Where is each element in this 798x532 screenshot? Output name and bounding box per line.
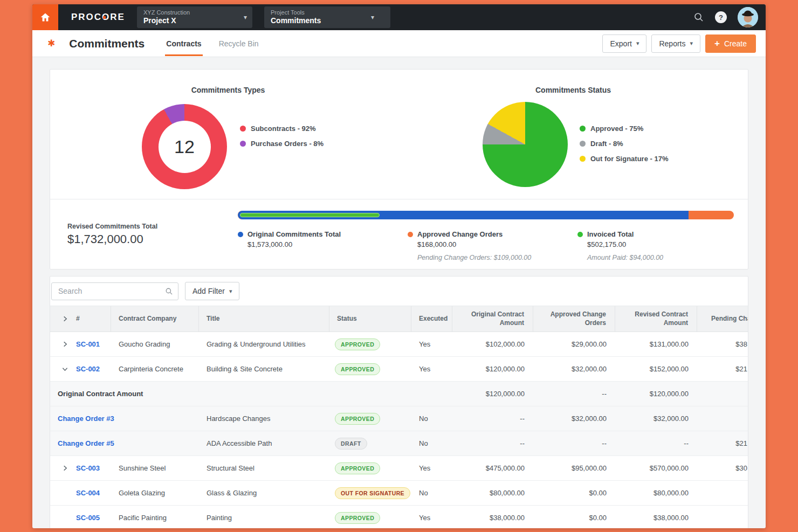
chevron-down-icon: ▾	[690, 40, 693, 47]
subtotal-label: Original Contract Amount	[58, 390, 143, 398]
chevron-down-icon: ▾	[371, 13, 374, 21]
commitments-summary-card: Commitments Types Commitments Status 12 …	[50, 69, 748, 270]
original-amount-cell: $120,000.00	[452, 365, 533, 373]
home-button[interactable]	[32, 4, 58, 30]
table-row[interactable]: SC-004 Goleta Glazing Glass & Glazing OU…	[50, 481, 748, 506]
search-input[interactable]	[51, 282, 178, 300]
legend-value: $168,000.00	[417, 240, 577, 248]
commitments-types-donut-chart[interactable]: 12	[142, 104, 227, 189]
tab-recycle-bin[interactable]: Recycle Bin	[218, 31, 260, 56]
status-badge: APPROVED	[335, 413, 380, 425]
collapse-row-chevron-icon[interactable]	[61, 365, 68, 373]
tab-contracts[interactable]: Contracts	[165, 31, 202, 56]
export-button-label: Export	[610, 39, 631, 48]
types-chart-title: Commitments Types	[50, 86, 406, 94]
revised-total-value: $1,732,000.00	[67, 232, 157, 246]
avatar[interactable]	[738, 7, 758, 27]
expand-all-chevron-icon[interactable]	[61, 315, 68, 323]
column-header-company[interactable]: Contract Company	[111, 306, 199, 331]
procore-logo-dot	[103, 16, 106, 19]
legend-label: Approved - 75%	[590, 125, 643, 133]
column-header-revised-amount[interactable]: Revised Contract Amount	[615, 306, 697, 331]
tool-settings-gear-icon[interactable]: ✱	[47, 38, 55, 49]
contracts-table-card: Add Filter ▾ # Contract Company Title St…	[50, 276, 748, 528]
invoiced-total-legend: Invoiced Total $502,175.00 Amount Paid: …	[577, 230, 747, 261]
project-selector[interactable]: XYZ Construction Project X ▾	[137, 6, 252, 28]
tool-selector[interactable]: Project Tools Commitments ▾	[264, 6, 390, 28]
approved-change-orders-cell: $32,000.00	[533, 414, 615, 423]
column-header-executed[interactable]: Executed	[411, 306, 452, 331]
status-badge: APPROVED	[335, 462, 380, 474]
executed-cell: No	[411, 489, 452, 497]
contract-number-link[interactable]: SC-003	[76, 464, 100, 472]
legend-item: Approved - 75%	[580, 125, 668, 133]
search-icon[interactable]	[693, 12, 704, 23]
create-button[interactable]: + Create	[705, 34, 756, 53]
column-header-status[interactable]: Status	[329, 306, 411, 331]
approved-change-orders-cell: $0.00	[533, 514, 615, 522]
contract-company-cell: Goleta Glazing	[111, 489, 199, 497]
commitments-progress-bar	[238, 211, 734, 219]
revised-amount-cell: --	[615, 439, 697, 447]
add-filter-button[interactable]: Add Filter ▾	[185, 282, 239, 300]
expand-row-chevron-icon[interactable]	[61, 341, 68, 348]
contract-number-link[interactable]: SC-001	[76, 340, 100, 348]
approved-dot-icon	[580, 126, 586, 132]
column-header-original-amount[interactable]: Original Contract Amount	[452, 306, 533, 331]
change-order-title-cell: ADA Accessible Path	[199, 439, 329, 447]
column-header-title[interactable]: Title	[199, 306, 329, 331]
revised-amount-cell: $32,000.00	[615, 414, 697, 423]
change-order-link[interactable]: Change Order #3	[58, 414, 114, 423]
column-header-num[interactable]: #	[76, 315, 80, 323]
table-row[interactable]: SC-003 Sunshine Steel Structural Steel A…	[50, 456, 748, 481]
expand-row-chevron-icon[interactable]	[61, 465, 68, 472]
types-chart-legend: Subcontracts - 92% Purchase Orders - 8%	[240, 125, 324, 155]
revised-amount-cell: $120,000.00	[615, 390, 697, 398]
subcontracts-dot-icon	[240, 126, 246, 132]
tool-selector-label: Project Tools	[271, 9, 352, 16]
commitments-status-pie-chart[interactable]	[483, 102, 568, 187]
contract-company-cell: Pacific Painting	[111, 514, 199, 522]
approved-change-orders-cell: $29,000.00	[533, 340, 615, 348]
chevron-down-icon: ▾	[244, 13, 247, 21]
chevron-down-icon: ▾	[636, 40, 639, 47]
contract-company-cell: Goucho Grading	[111, 340, 199, 348]
original-amount-cell: --	[452, 439, 533, 447]
original-amount-cell: $80,000.00	[452, 489, 533, 497]
table-row[interactable]: SC-005 Pacific Painting Painting APPROVE…	[50, 506, 748, 528]
legend-label: Draft - 8%	[590, 140, 623, 148]
table-subrow[interactable]: Change Order #3 Hardscape Changes APPROV…	[50, 406, 748, 431]
approved-change-orders-cell: $95,000.00	[533, 464, 615, 472]
column-header-approved-change-orders[interactable]: Approved Change Orders	[533, 306, 615, 331]
help-button[interactable]: ?	[715, 11, 727, 23]
reports-button[interactable]: Reports ▾	[651, 34, 700, 53]
approved-change-orders-cell: --	[533, 439, 615, 447]
approved-change-orders-cell: $0.00	[533, 489, 615, 497]
pending-change-orders-cell: $38	[697, 340, 748, 348]
contract-number-link[interactable]: SC-004	[76, 489, 100, 497]
status-chart-title: Commitments Status	[406, 86, 740, 94]
table-subrow[interactable]: Change Order #5 ADA Accessible Path DRAF…	[50, 431, 748, 456]
export-button[interactable]: Export ▾	[602, 34, 646, 53]
plus-icon: +	[714, 39, 720, 48]
approved-change-orders-dot-icon	[408, 232, 413, 237]
legend-value: $1,573,000.00	[247, 240, 408, 248]
revised-amount-cell: $131,000.00	[615, 340, 697, 348]
out-for-signature-dot-icon	[580, 156, 586, 162]
legend-label: Out for Signature - 17%	[590, 155, 668, 163]
legend-label: Subcontracts - 92%	[251, 125, 316, 133]
contract-number-link[interactable]: SC-002	[76, 365, 100, 373]
procore-logo-text: PROCORE	[71, 12, 125, 22]
column-header-pending-change-orders[interactable]: Pending Chang	[697, 306, 748, 331]
contract-company-cell: Carpinteria Concrete	[111, 365, 199, 373]
executed-cell: Yes	[411, 365, 452, 373]
legend-value: $502,175.00	[587, 240, 747, 248]
table-row[interactable]: SC-002 Carpinteria Concrete Building & S…	[50, 357, 748, 382]
draft-dot-icon	[580, 141, 586, 147]
table-row[interactable]: SC-001 Goucho Grading Grading & Undergro…	[50, 332, 748, 357]
contract-number-link[interactable]: SC-005	[76, 514, 100, 522]
change-order-link[interactable]: Change Order #5	[58, 439, 114, 447]
original-amount-cell: $102,000.00	[452, 340, 533, 348]
contract-title-cell: Grading & Underground Utilities	[199, 340, 329, 348]
table-toolbar: Add Filter ▾	[50, 277, 748, 306]
